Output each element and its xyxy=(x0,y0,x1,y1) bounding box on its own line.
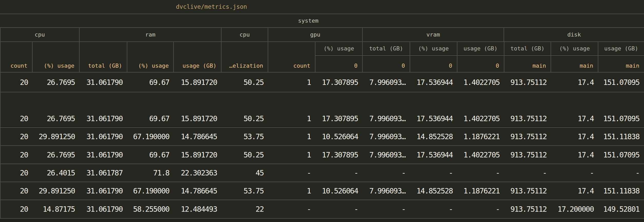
data-cell: 7.996093… xyxy=(363,73,410,92)
data-cell: 913.75112 xyxy=(504,200,551,218)
data-cell: 7.996093… xyxy=(363,110,410,127)
data-cell: 50.25 xyxy=(222,146,268,164)
data-cell: - xyxy=(457,200,504,218)
data-cell: 20 xyxy=(1,73,33,92)
data-cell: 17.4 xyxy=(551,182,598,200)
column-leaf-label: (%) usage xyxy=(33,63,79,72)
group-cell-4-vram: vram xyxy=(363,28,504,41)
data-cell: 1 xyxy=(268,128,315,145)
data-cell: - xyxy=(315,164,363,182)
column-header-6-count: count xyxy=(268,42,315,72)
column-sub-label: usage (GB) xyxy=(598,42,644,56)
data-cell: 14.852528 xyxy=(410,182,457,200)
data-row: 2026.769531.06179069.6715.89172050.25117… xyxy=(0,73,644,92)
column-key-value: main xyxy=(598,56,644,72)
data-cell: - xyxy=(457,164,504,182)
data-cell: 69.67 xyxy=(127,73,174,92)
data-row: 2026.401531.06178771.822.30236345-------… xyxy=(0,164,644,182)
system-group-label: system xyxy=(298,14,318,27)
data-row: 2014.8717531.06179058.25500012.48449322-… xyxy=(0,200,644,219)
data-cell: 1.4022705 xyxy=(457,146,504,164)
data-cell: 17.4 xyxy=(551,128,598,145)
metrics-file-title: dvclive/metrics.json xyxy=(176,0,247,14)
column-header-5-elization: …elization xyxy=(222,42,268,72)
data-cell: - xyxy=(363,200,410,218)
column-header-0-count: count xyxy=(1,42,33,72)
column-key-value: main xyxy=(504,56,551,72)
data-cell: 17.536944 xyxy=(410,73,457,92)
data-row: 2026.769531.06179069.6715.89172050.25117… xyxy=(0,110,644,128)
group-cell-5-disk: disk xyxy=(504,28,644,41)
data-cell: 31.061790 xyxy=(80,146,127,164)
data-cell: 17.200000 xyxy=(551,200,598,218)
data-cell: 50.25 xyxy=(222,73,268,92)
column-header-2-total-gb: total (GB) xyxy=(80,42,127,72)
data-cell: 17.307895 xyxy=(315,146,363,164)
data-cell: 22.302363 xyxy=(174,164,222,182)
column-leaf-label: usage (GB) xyxy=(174,63,221,72)
data-cell: 7.996093… xyxy=(363,146,410,164)
data-cell: 26.7695 xyxy=(33,110,80,127)
column-header-1-usage: (%) usage xyxy=(33,42,80,72)
data-cell: 151.07095 xyxy=(598,73,644,92)
data-cell: 69.67 xyxy=(127,146,174,164)
data-cell: 26.7695 xyxy=(33,73,80,92)
data-cell: 31.061790 xyxy=(80,128,127,145)
data-cell: 913.75112 xyxy=(504,146,551,164)
data-cell: 26.4015 xyxy=(33,164,80,182)
data-cell: 1 xyxy=(268,146,315,164)
data-cell: 14.786645 xyxy=(174,182,222,200)
data-cell: - xyxy=(504,164,551,182)
data-cell: 17.307895 xyxy=(315,110,363,127)
spacer-row xyxy=(0,92,644,110)
data-cell: 31.061787 xyxy=(80,164,127,182)
data-cell: 29.891250 xyxy=(33,182,80,200)
data-cell: 7.996093… xyxy=(363,128,410,145)
data-cell: 58.255000 xyxy=(127,200,174,218)
column-header-10-usage-gb: usage (GB)0 xyxy=(457,42,504,72)
data-cell: 913.75112 xyxy=(504,128,551,145)
data-cell: 69.67 xyxy=(127,110,174,127)
data-cell: - xyxy=(315,200,363,218)
column-sub-label: (%) usage xyxy=(551,42,598,56)
data-cell: 10.526064 xyxy=(315,182,363,200)
data-cell: 913.75112 xyxy=(504,73,551,92)
data-cell: 50.25 xyxy=(222,110,268,127)
column-sub-label: total (GB) xyxy=(504,42,551,56)
column-header-4-usage-gb: usage (GB) xyxy=(174,42,222,72)
data-cell: - xyxy=(410,200,457,218)
column-header-12-usage: (%) usagemain xyxy=(551,42,598,72)
data-cell: 7.996093… xyxy=(363,182,410,200)
column-sub-label: (%) usage xyxy=(410,42,457,56)
data-cell: 45 xyxy=(222,164,268,182)
data-cell: - xyxy=(598,164,644,182)
column-leaf-label: count xyxy=(1,63,32,72)
column-sub-label: total (GB) xyxy=(363,42,410,56)
data-cell: 31.061790 xyxy=(80,110,127,127)
data-cell: 1.4022705 xyxy=(457,110,504,127)
data-cell: 17.4 xyxy=(551,110,598,127)
data-cell: 1 xyxy=(268,73,315,92)
data-row: 2029.89125031.06179067.19000014.78664553… xyxy=(0,128,644,146)
data-cell: 67.190000 xyxy=(127,182,174,200)
metrics-table-screen: dvclive/metrics.json system cpuramcpugpu… xyxy=(0,0,644,222)
column-leaf-label: count xyxy=(268,63,315,72)
data-cell: 26.7695 xyxy=(33,146,80,164)
data-cell: - xyxy=(268,200,315,218)
data-cell: 20 xyxy=(1,128,33,145)
column-key-value: 0 xyxy=(363,56,410,72)
column-leaf-label: total (GB) xyxy=(80,63,127,72)
data-row: 2029.89125031.06179067.19000014.78664553… xyxy=(0,182,644,200)
column-key-value: main xyxy=(551,56,598,72)
data-cell: 14.786645 xyxy=(174,128,222,145)
data-cell: 913.75112 xyxy=(504,110,551,127)
data-cell: 53.75 xyxy=(222,128,268,145)
data-cell: - xyxy=(551,164,598,182)
data-cell: 53.75 xyxy=(222,182,268,200)
device-groups-row: cpuramcpugpuvramdisk xyxy=(0,28,644,42)
data-cell: 17.4 xyxy=(551,146,598,164)
column-key-value: 0 xyxy=(457,56,504,72)
data-cell: 14.87175 xyxy=(33,200,80,218)
group-cell-0-cpu: cpu xyxy=(1,28,80,41)
data-cell: 1.4022705 xyxy=(457,73,504,92)
